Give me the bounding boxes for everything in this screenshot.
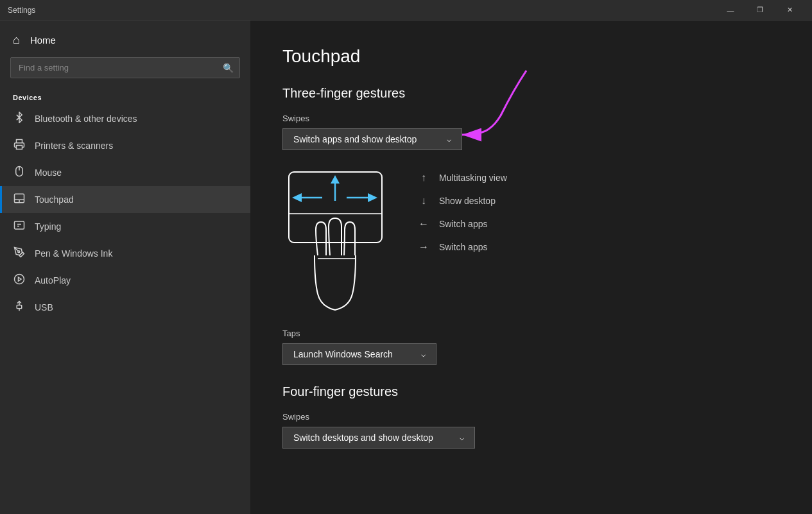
gesture-down: ↓ Show desktop [417, 195, 507, 207]
pen-icon [13, 246, 26, 261]
taps-dropdown[interactable]: Launch Windows Search ⌵ [282, 343, 436, 365]
three-finger-section-title: Three-finger gestures [282, 86, 780, 101]
sidebar-item-touchpad[interactable]: Touchpad [0, 186, 250, 213]
svg-marker-9 [19, 277, 22, 281]
swipes-dropdown-value: Switch apps and show desktop [293, 134, 417, 144]
titlebar-controls: — ❐ ✕ [716, 0, 804, 21]
svg-marker-15 [331, 175, 340, 184]
mouse-label: Mouse [35, 167, 62, 178]
minimize-button[interactable]: — [716, 0, 745, 21]
four-swipes-dropdown[interactable]: Switch desktops and show desktop ⌵ [282, 427, 475, 449]
gesture-right: → Switch apps [417, 241, 507, 253]
touchpad-icon [13, 193, 26, 207]
autoplay-label: AutoPlay [35, 275, 71, 286]
swipes-dropdown[interactable]: Switch apps and show desktop ⌵ [282, 128, 462, 150]
home-icon: ⌂ [13, 33, 20, 47]
sidebar: ⌂ Home 🔍 Devices Bluetooth & other devic… [0, 21, 250, 514]
sidebar-item-usb[interactable]: USB [0, 294, 250, 321]
svg-rect-6 [15, 221, 24, 229]
svg-rect-10 [17, 305, 22, 309]
search-icon: 🔍 [223, 63, 234, 73]
gesture-up-label: Multitasking view [439, 173, 507, 183]
autoplay-icon [13, 273, 26, 287]
usb-icon [13, 300, 26, 314]
svg-rect-0 [17, 146, 22, 150]
titlebar-title: Settings [8, 6, 716, 15]
gesture-down-label: Show desktop [439, 196, 496, 206]
four-finger-section-title: Four-finger gestures [282, 384, 780, 399]
pen-label: Pen & Windows Ink [35, 248, 112, 259]
touchpad-illustration [282, 166, 392, 313]
gesture-left: ← Switch apps [417, 218, 507, 230]
four-swipes-label: Swipes [282, 412, 780, 422]
sidebar-section-label: Devices [0, 89, 250, 105]
sidebar-item-pen[interactable]: Pen & Windows Ink [0, 240, 250, 267]
swipes-dropdown-wrapper: Switch apps and show desktop ⌵ [282, 128, 462, 150]
down-arrow-icon: ↓ [417, 195, 430, 207]
four-swipes-dropdown-value: Switch desktops and show desktop [293, 433, 433, 443]
four-swipes-dropdown-chevron: ⌵ [460, 433, 464, 442]
right-arrow-icon: → [417, 241, 430, 253]
home-label: Home [30, 35, 56, 46]
titlebar: Settings — ❐ ✕ [0, 0, 812, 21]
bluetooth-icon [13, 112, 26, 126]
sidebar-item-bluetooth[interactable]: Bluetooth & other devices [0, 105, 250, 132]
mouse-icon [13, 166, 26, 180]
four-finger-section: Four-finger gestures Swipes Switch deskt… [282, 384, 780, 449]
taps-section: Taps Launch Windows Search ⌵ [282, 329, 780, 365]
gesture-left-label: Switch apps [439, 219, 487, 229]
svg-marker-17 [292, 193, 302, 202]
printer-icon [13, 139, 26, 153]
bluetooth-label: Bluetooth & other devices [35, 114, 137, 124]
svg-marker-19 [368, 193, 377, 202]
search-input[interactable] [10, 57, 240, 78]
page-title: Touchpad [282, 46, 780, 67]
taps-dropdown-chevron: ⌵ [421, 350, 426, 359]
sidebar-search-container: 🔍 [10, 57, 240, 78]
swipes-row: Swipes Switch apps and show desktop ⌵ [282, 114, 780, 150]
svg-point-7 [18, 251, 20, 253]
sidebar-item-autoplay[interactable]: AutoPlay [0, 267, 250, 294]
gesture-up: ↑ Multitasking view [417, 172, 507, 184]
close-button[interactable]: ✕ [775, 0, 804, 21]
touchpad-label: Touchpad [35, 194, 74, 205]
app-body: ⌂ Home 🔍 Devices Bluetooth & other devic… [0, 21, 812, 514]
sidebar-home-button[interactable]: ⌂ Home [0, 21, 250, 57]
up-arrow-icon: ↑ [417, 172, 430, 184]
taps-dropdown-value: Launch Windows Search [293, 349, 393, 359]
typing-icon [13, 219, 26, 234]
taps-label: Taps [282, 329, 780, 338]
main-content: Touchpad Three-finger gestures Swipes Sw… [250, 21, 812, 514]
sidebar-item-typing[interactable]: Typing [0, 213, 250, 240]
gesture-labels: ↑ Multitasking view ↓ Show desktop ← Swi… [417, 166, 507, 253]
usb-label: USB [35, 302, 53, 313]
typing-label: Typing [35, 221, 61, 232]
gesture-right-label: Switch apps [439, 242, 487, 252]
sidebar-item-mouse[interactable]: Mouse [0, 159, 250, 186]
svg-point-8 [15, 275, 24, 284]
sidebar-item-printers[interactable]: Printers & scanners [0, 132, 250, 159]
swipes-dropdown-chevron: ⌵ [447, 135, 451, 144]
gestures-area: ↑ Multitasking view ↓ Show desktop ← Swi… [282, 166, 780, 313]
printers-label: Printers & scanners [35, 141, 113, 151]
left-arrow-icon: ← [417, 218, 430, 230]
maximize-button[interactable]: ❐ [745, 0, 775, 21]
swipes-label: Swipes [282, 114, 780, 123]
